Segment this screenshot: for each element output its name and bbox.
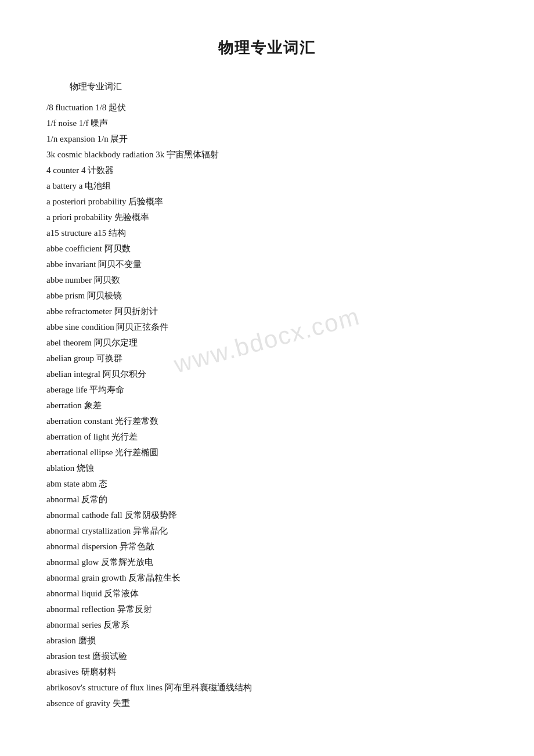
page-title: 物理专业词汇	[46, 35, 488, 62]
list-item: a15 structure a15 结构	[46, 225, 488, 241]
list-item: a posteriori probability 后验概率	[46, 194, 488, 210]
list-item: abrikosov's structure of flux lines 阿布里科…	[46, 680, 488, 696]
entries-container: /8 fluctuation 1/8 起伏1/f noise 1/f 噪声1/n…	[46, 100, 488, 711]
subtitle: 物理专业词汇	[70, 79, 488, 94]
list-item: abbe refractometer 阿贝折射计	[46, 304, 488, 319]
list-item: abelian integral 阿贝尔积分	[46, 366, 488, 382]
list-item: a priori probability 先验概率	[46, 210, 488, 225]
list-item: abbe invariant 阿贝不变量	[46, 257, 488, 272]
list-item: /8 fluctuation 1/8 起伏	[46, 100, 488, 116]
list-item: abnormal glow 反常辉光放电	[46, 555, 488, 570]
list-item: abnormal grain growth 反常晶粒生长	[46, 570, 488, 586]
list-item: abnormal 反常的	[46, 492, 488, 507]
list-item: abrasion test 磨损试验	[46, 649, 488, 664]
list-item: abbe number 阿贝数	[46, 272, 488, 288]
list-item: abbe sine condition 阿贝正弦条件	[46, 319, 488, 335]
list-item: ablation 烧蚀	[46, 460, 488, 476]
list-item: abnormal cathode fall 反常阴极势降	[46, 507, 488, 523]
list-item: abelian group 可换群	[46, 351, 488, 366]
list-item: abm state abm 态	[46, 476, 488, 492]
list-item: a battery a 电池组	[46, 178, 488, 194]
list-item: abnormal dispersion 异常色散	[46, 539, 488, 555]
list-item: abnormal crystallization 异常晶化	[46, 523, 488, 539]
list-item: 4 counter 4 计数器	[46, 163, 488, 178]
list-item: abrasion 磨损	[46, 633, 488, 649]
list-item: aberage life 平均寿命	[46, 382, 488, 398]
list-item: abnormal reflection 异常反射	[46, 602, 488, 617]
list-item: aberrational ellipse 光行差椭圆	[46, 445, 488, 460]
list-item: aberration 象差	[46, 398, 488, 413]
list-item: abnormal liquid 反常液体	[46, 586, 488, 602]
list-item: 1/f noise 1/f 噪声	[46, 116, 488, 131]
list-item: abbe coefficient 阿贝数	[46, 241, 488, 257]
list-item: absence of gravity 失重	[46, 696, 488, 711]
list-item: abel theorem 阿贝尔定理	[46, 335, 488, 351]
list-item: abnormal series 反常系	[46, 617, 488, 633]
list-item: aberration constant 光行差常数	[46, 413, 488, 429]
list-item: abrasives 研磨材料	[46, 664, 488, 680]
list-item: 1/n expansion 1/n 展开	[46, 131, 488, 147]
list-item: aberration of light 光行差	[46, 429, 488, 445]
list-item: 3k cosmic blackbody radiation 3k 宇宙黑体辐射	[46, 147, 488, 163]
list-item: abbe prism 阿贝棱镜	[46, 288, 488, 304]
